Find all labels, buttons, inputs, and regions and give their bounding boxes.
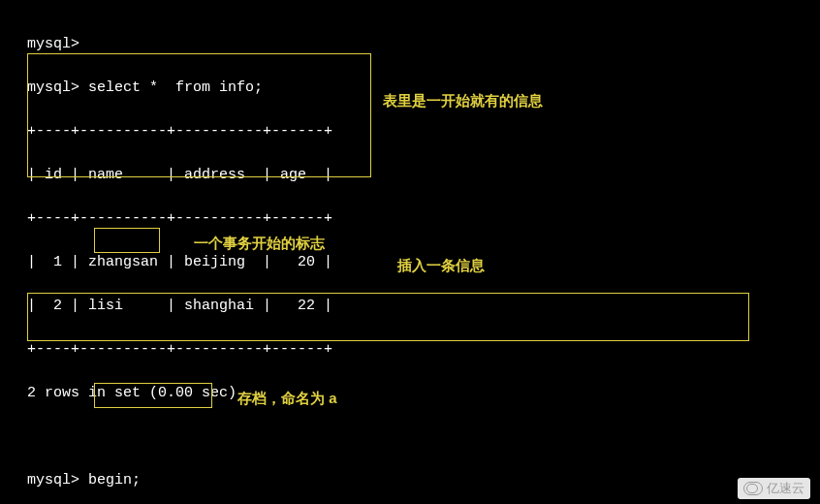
blank-line [27, 426, 793, 449]
logo-text: 亿速云 [767, 480, 804, 497]
begin-highlight-box [94, 228, 160, 253]
begin-command-line: mysql> begin; [27, 470, 793, 492]
watermark-logo: 亿速云 [738, 478, 810, 499]
rows-in-set: 2 rows in set (0.00 sec) [27, 383, 793, 405]
annotation-begin-marker: 一个事务开始的标志 [194, 233, 325, 255]
annotation-table-info: 表里是一开始就有的信息 [383, 90, 543, 112]
table-highlight-box [27, 53, 371, 177]
prompt-line: mysql> [27, 34, 793, 56]
table-border-mid: +----+----------+----------+------+ [27, 208, 793, 231]
table-border-top: +----+----------+----------+------+ [27, 121, 793, 143]
annotation-savepoint-label: 存档，命名为 a [237, 388, 337, 410]
table-header: | id | name | address | age | [27, 165, 793, 187]
annotation-insert-info: 插入一条信息 [397, 255, 485, 277]
table-border-bot: +----+----------+----------+------+ [27, 339, 793, 362]
cloud-icon [743, 482, 763, 495]
terminal-window[interactable]: mysql> mysql> select * from info; +----+… [0, 0, 820, 504]
begin-command: begin; [88, 472, 141, 488]
table-row: | 2 | lisi | shanghai | 22 | [27, 296, 793, 318]
select-command: select * from info; [88, 79, 263, 96]
